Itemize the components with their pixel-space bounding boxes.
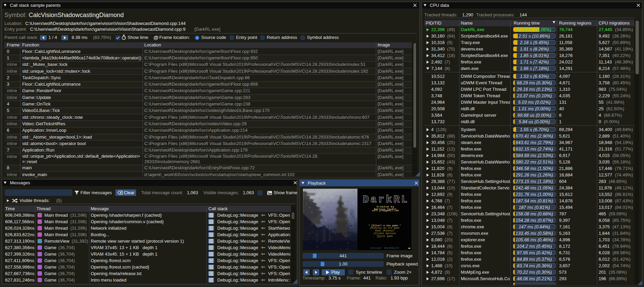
svg-text:Created by: Created by (377, 205, 394, 208)
svg-text:Game [M]anual: Game [M]anual (375, 230, 395, 232)
svg-text:version: 15c455ee76: version: 15c455ee76 (370, 247, 399, 249)
svg-text:[V]ideo options: [V]ideo options (374, 232, 396, 235)
svg-text:[Q]uit game: [Q]uit game (377, 235, 393, 238)
svg-text:* [S]tart a new game *: * [S]tart a new game * (368, 225, 401, 227)
svg-text:wolf.pld@gmail.com: wolf.pld@gmail.com (372, 210, 399, 212)
svg-text:DarkRL: DarkRL (363, 194, 409, 205)
svg-text:[R]eplay an old game: [R]eplay an old game (370, 227, 399, 229)
